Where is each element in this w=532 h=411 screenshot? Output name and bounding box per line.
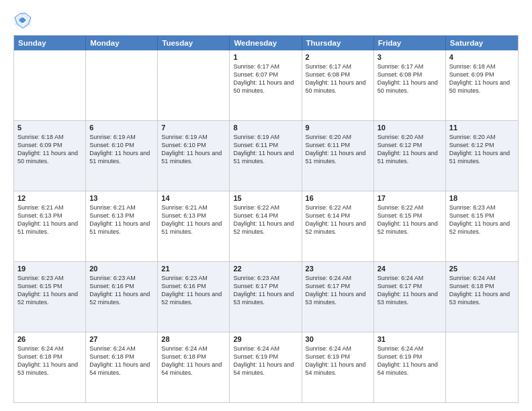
- cell-info: Sunrise: 6:18 AM Sunset: 6:09 PM Dayligh…: [449, 62, 515, 95]
- header-day-wednesday: Wednesday: [230, 36, 302, 50]
- day-number: 11: [449, 124, 515, 132]
- calendar-cell: 15Sunrise: 6:22 AM Sunset: 6:14 PM Dayli…: [230, 191, 302, 261]
- calendar-cell: [14, 50, 86, 120]
- calendar-cell: 27Sunrise: 6:24 AM Sunset: 6:18 PM Dayli…: [86, 332, 158, 402]
- day-number: 5: [17, 124, 82, 132]
- calendar-cell: 31Sunrise: 6:24 AM Sunset: 6:19 PM Dayli…: [374, 332, 446, 402]
- day-number: 6: [89, 124, 154, 132]
- calendar-cell: [446, 332, 518, 402]
- day-number: 22: [233, 265, 298, 273]
- cell-info: Sunrise: 6:17 AM Sunset: 6:07 PM Dayligh…: [233, 62, 298, 95]
- cell-info: Sunrise: 6:21 AM Sunset: 6:13 PM Dayligh…: [17, 203, 82, 236]
- day-number: 28: [161, 335, 226, 343]
- day-number: 2: [306, 53, 370, 61]
- day-number: 14: [161, 194, 226, 202]
- cell-info: Sunrise: 6:24 AM Sunset: 6:19 PM Dayligh…: [306, 345, 370, 377]
- cell-info: Sunrise: 6:20 AM Sunset: 6:12 PM Dayligh…: [378, 133, 442, 166]
- calendar-row-4: 26Sunrise: 6:24 AM Sunset: 6:18 PM Dayli…: [14, 332, 518, 402]
- cell-info: Sunrise: 6:19 AM Sunset: 6:10 PM Dayligh…: [161, 133, 226, 166]
- cell-info: Sunrise: 6:19 AM Sunset: 6:11 PM Dayligh…: [233, 133, 298, 166]
- day-number: 19: [17, 265, 82, 273]
- header-day-friday: Friday: [374, 36, 446, 50]
- calendar-cell: 1Sunrise: 6:17 AM Sunset: 6:07 PM Daylig…: [230, 50, 302, 120]
- calendar-cell: 16Sunrise: 6:22 AM Sunset: 6:14 PM Dayli…: [302, 191, 374, 261]
- day-number: 29: [233, 335, 298, 343]
- day-number: 23: [306, 265, 370, 273]
- cell-info: Sunrise: 6:23 AM Sunset: 6:15 PM Dayligh…: [449, 203, 515, 236]
- calendar-cell: 14Sunrise: 6:21 AM Sunset: 6:13 PM Dayli…: [158, 191, 230, 261]
- day-number: 18: [449, 194, 515, 202]
- cell-info: Sunrise: 6:23 AM Sunset: 6:15 PM Dayligh…: [17, 274, 82, 307]
- calendar-row-1: 5Sunrise: 6:18 AM Sunset: 6:09 PM Daylig…: [14, 120, 518, 191]
- cell-info: Sunrise: 6:20 AM Sunset: 6:12 PM Dayligh…: [449, 133, 515, 166]
- header-day-thursday: Thursday: [302, 36, 374, 50]
- calendar-cell: 25Sunrise: 6:24 AM Sunset: 6:18 PM Dayli…: [446, 262, 518, 332]
- day-number: 10: [378, 124, 442, 132]
- cell-info: Sunrise: 6:23 AM Sunset: 6:16 PM Dayligh…: [89, 274, 154, 307]
- header: [13, 11, 519, 30]
- calendar-cell: 12Sunrise: 6:21 AM Sunset: 6:13 PM Dayli…: [14, 191, 86, 261]
- cell-info: Sunrise: 6:24 AM Sunset: 6:18 PM Dayligh…: [17, 345, 82, 377]
- header-day-sunday: Sunday: [14, 36, 86, 50]
- cell-info: Sunrise: 6:24 AM Sunset: 6:18 PM Dayligh…: [449, 274, 515, 307]
- calendar-cell: 20Sunrise: 6:23 AM Sunset: 6:16 PM Dayli…: [86, 262, 158, 332]
- page: SundayMondayTuesdayWednesdayThursdayFrid…: [0, 0, 532, 411]
- cell-info: Sunrise: 6:17 AM Sunset: 6:08 PM Dayligh…: [306, 62, 370, 95]
- calendar-body: 1Sunrise: 6:17 AM Sunset: 6:07 PM Daylig…: [14, 50, 518, 402]
- day-number: 21: [161, 265, 226, 273]
- calendar-cell: 18Sunrise: 6:23 AM Sunset: 6:15 PM Dayli…: [446, 191, 518, 261]
- day-number: 15: [233, 194, 298, 202]
- cell-info: Sunrise: 6:24 AM Sunset: 6:17 PM Dayligh…: [378, 274, 442, 307]
- calendar-cell: [158, 50, 230, 120]
- day-number: 27: [89, 335, 154, 343]
- calendar-cell: 10Sunrise: 6:20 AM Sunset: 6:12 PM Dayli…: [374, 121, 446, 191]
- calendar-cell: 19Sunrise: 6:23 AM Sunset: 6:15 PM Dayli…: [14, 262, 86, 332]
- calendar-cell: 24Sunrise: 6:24 AM Sunset: 6:17 PM Dayli…: [374, 262, 446, 332]
- calendar-cell: 11Sunrise: 6:20 AM Sunset: 6:12 PM Dayli…: [446, 121, 518, 191]
- day-number: 31: [378, 335, 442, 343]
- header-day-monday: Monday: [86, 36, 158, 50]
- calendar-cell: 30Sunrise: 6:24 AM Sunset: 6:19 PM Dayli…: [302, 332, 374, 402]
- cell-info: Sunrise: 6:21 AM Sunset: 6:13 PM Dayligh…: [89, 203, 154, 236]
- cell-info: Sunrise: 6:24 AM Sunset: 6:18 PM Dayligh…: [161, 345, 226, 377]
- cell-info: Sunrise: 6:24 AM Sunset: 6:18 PM Dayligh…: [89, 345, 154, 377]
- cell-info: Sunrise: 6:19 AM Sunset: 6:10 PM Dayligh…: [89, 133, 154, 166]
- cell-info: Sunrise: 6:24 AM Sunset: 6:19 PM Dayligh…: [378, 345, 442, 377]
- day-number: 25: [449, 265, 515, 273]
- day-number: 16: [306, 194, 370, 202]
- calendar-cell: 29Sunrise: 6:24 AM Sunset: 6:19 PM Dayli…: [230, 332, 302, 402]
- cell-info: Sunrise: 6:22 AM Sunset: 6:14 PM Dayligh…: [306, 203, 370, 236]
- calendar: SundayMondayTuesdayWednesdayThursdayFrid…: [13, 35, 519, 403]
- calendar-cell: 2Sunrise: 6:17 AM Sunset: 6:08 PM Daylig…: [302, 50, 374, 120]
- day-number: 3: [378, 53, 442, 61]
- cell-info: Sunrise: 6:21 AM Sunset: 6:13 PM Dayligh…: [161, 203, 226, 236]
- day-number: 24: [378, 265, 442, 273]
- calendar-cell: 8Sunrise: 6:19 AM Sunset: 6:11 PM Daylig…: [230, 121, 302, 191]
- calendar-cell: 5Sunrise: 6:18 AM Sunset: 6:09 PM Daylig…: [14, 121, 86, 191]
- calendar-row-2: 12Sunrise: 6:21 AM Sunset: 6:13 PM Dayli…: [14, 191, 518, 261]
- cell-info: Sunrise: 6:22 AM Sunset: 6:14 PM Dayligh…: [233, 203, 298, 236]
- day-number: 13: [89, 194, 154, 202]
- cell-info: Sunrise: 6:20 AM Sunset: 6:11 PM Dayligh…: [306, 133, 370, 166]
- calendar-cell: 13Sunrise: 6:21 AM Sunset: 6:13 PM Dayli…: [86, 191, 158, 261]
- calendar-cell: 28Sunrise: 6:24 AM Sunset: 6:18 PM Dayli…: [158, 332, 230, 402]
- cell-info: Sunrise: 6:22 AM Sunset: 6:15 PM Dayligh…: [378, 203, 442, 236]
- cell-info: Sunrise: 6:23 AM Sunset: 6:16 PM Dayligh…: [161, 274, 226, 307]
- day-number: 17: [378, 194, 442, 202]
- calendar-cell: 21Sunrise: 6:23 AM Sunset: 6:16 PM Dayli…: [158, 262, 230, 332]
- day-number: 26: [17, 335, 82, 343]
- calendar-row-3: 19Sunrise: 6:23 AM Sunset: 6:15 PM Dayli…: [14, 261, 518, 332]
- calendar-cell: 4Sunrise: 6:18 AM Sunset: 6:09 PM Daylig…: [446, 50, 518, 120]
- cell-info: Sunrise: 6:23 AM Sunset: 6:17 PM Dayligh…: [233, 274, 298, 307]
- calendar-row-0: 1Sunrise: 6:17 AM Sunset: 6:07 PM Daylig…: [14, 50, 518, 120]
- calendar-cell: 3Sunrise: 6:17 AM Sunset: 6:08 PM Daylig…: [374, 50, 446, 120]
- day-number: 1: [233, 53, 298, 61]
- day-number: 8: [233, 124, 298, 132]
- calendar-cell: 6Sunrise: 6:19 AM Sunset: 6:10 PM Daylig…: [86, 121, 158, 191]
- day-number: 4: [449, 53, 515, 61]
- day-number: 30: [306, 335, 370, 343]
- cell-info: Sunrise: 6:17 AM Sunset: 6:08 PM Dayligh…: [378, 62, 442, 95]
- calendar-cell: 9Sunrise: 6:20 AM Sunset: 6:11 PM Daylig…: [302, 121, 374, 191]
- day-number: 9: [306, 124, 370, 132]
- calendar-cell: 7Sunrise: 6:19 AM Sunset: 6:10 PM Daylig…: [158, 121, 230, 191]
